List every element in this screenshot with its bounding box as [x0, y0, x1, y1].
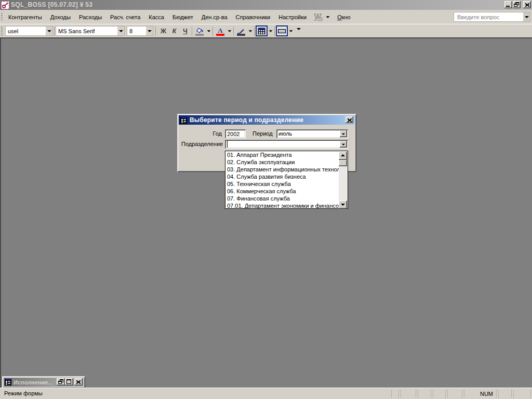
status-num-indicator: NUM [464, 390, 497, 398]
font-color-icon: А [216, 27, 225, 36]
year-field[interactable]: 2002 [225, 129, 246, 138]
dialog-close-button[interactable] [345, 116, 353, 123]
app-key-icon [1, 1, 9, 9]
dropdown-item-7[interactable]: 07.01. Департамент экономики и финансов [225, 202, 339, 209]
dropdown-arrow-icon [228, 30, 231, 32]
dropdown-item-5[interactable]: 06. Коммерческая служба [225, 188, 339, 195]
menu-item-3[interactable]: Расч. счета [106, 12, 144, 22]
dialog-title: Выберите период и подразделение [190, 116, 303, 124]
ask-question-box[interactable]: Введите вопрос [454, 12, 530, 22]
font-color-dropdown[interactable] [227, 26, 232, 36]
scrollbar-thumb[interactable] [339, 160, 347, 166]
menu-items: КонтрагентыДоходыРасходыРасч. счетаКасса… [4, 12, 311, 22]
department-combo[interactable] [225, 140, 348, 149]
scroll-down-button[interactable] [339, 201, 347, 209]
word-menu-arrow-icon [326, 16, 330, 18]
dropdown-item-2[interactable]: 03. Департамент информационных технологи… [225, 166, 339, 173]
status-panel-2 [418, 390, 431, 398]
fill-color-button[interactable] [193, 26, 206, 36]
toolbar-options-button[interactable] [297, 30, 301, 36]
scroll-up-button[interactable] [339, 152, 347, 160]
dropdown-item-1[interactable]: 02. Служба эксплуатации [225, 158, 339, 166]
status-panel-6 [498, 390, 512, 398]
menu-item-2[interactable]: Расходы [75, 12, 106, 22]
menu-item-0[interactable]: Контрагенты [4, 12, 46, 22]
line-width-button[interactable] [276, 25, 288, 36]
bold-button[interactable]: Ж [158, 26, 169, 36]
text-caret [227, 141, 228, 148]
gridlines-button[interactable] [256, 25, 268, 36]
department-combo-dropdown-button[interactable] [340, 141, 347, 148]
menu-bar: КонтрагентыДоходыРасходыРасч. счетаКасса… [0, 10, 532, 24]
menubar-grip[interactable] [1, 13, 3, 21]
mdi-workspace: Выберите период и подразделение Год 2002… [0, 37, 532, 388]
menu-item-1[interactable]: Доходы [46, 12, 75, 22]
font-size-combo[interactable]: 8 [127, 26, 153, 36]
font-size-combo-value: 8 [127, 28, 146, 34]
svg-text:А: А [218, 27, 223, 34]
menu-item-8[interactable]: Настройки [274, 12, 311, 22]
form-icon [180, 117, 187, 124]
restore-button[interactable] [513, 1, 521, 8]
dropdown-arrow-icon [47, 30, 51, 32]
menu-item-5[interactable]: Бюджет [168, 12, 197, 22]
fill-color-icon [195, 27, 204, 36]
word-mailmerge-icon [314, 13, 323, 21]
menu-item-7[interactable]: Справочники [232, 12, 275, 22]
line-color-dropdown[interactable] [247, 26, 253, 36]
dropdown-scrollbar[interactable] [339, 152, 347, 209]
publish-with-word-button[interactable] [311, 12, 333, 22]
font-combo-arrow[interactable] [117, 26, 124, 35]
period-combo[interactable]: июль [276, 129, 348, 138]
dropdown-item-3[interactable]: 04. Служба развития бизнеса [225, 173, 339, 180]
style-combo-value: usel [6, 28, 46, 34]
menu-item-window[interactable]: Окно [333, 12, 355, 22]
scroll-up-arrow-icon [341, 154, 345, 156]
mini-close-button[interactable] [74, 378, 83, 385]
status-panel-1 [401, 390, 416, 398]
dialog-title-bar[interactable]: Выберите период и подразделение [179, 115, 355, 125]
dropdown-arrow-icon [248, 30, 252, 32]
department-dropdown-list: 01. Аппарат Президента02. Служба эксплуа… [225, 151, 348, 209]
gridlines-dropdown[interactable] [268, 26, 273, 36]
close-button[interactable] [523, 1, 531, 8]
mini-restore-button[interactable] [57, 378, 65, 385]
status-panel-4 [447, 390, 462, 398]
maximize-icon [66, 379, 71, 384]
line-color-button[interactable] [235, 26, 247, 36]
dropdown-item-0[interactable]: 01. Аппарат Президента [225, 151, 339, 158]
font-color-button[interactable]: А [214, 26, 227, 36]
period-label: Период [252, 129, 273, 138]
mini-maximize-button[interactable] [65, 378, 73, 385]
italic-button[interactable]: К [169, 26, 180, 36]
toolbar-options-arrow-icon [297, 28, 301, 36]
style-combo-arrow[interactable] [46, 26, 52, 35]
dropdown-item-6[interactable]: 07. Финансовая служба [225, 195, 339, 202]
fill-color-dropdown[interactable] [206, 26, 211, 36]
period-combo-dropdown-button[interactable] [340, 130, 347, 137]
minimize-button[interactable] [504, 1, 512, 8]
dropdown-arrow-icon [342, 133, 345, 135]
status-panel-0 [391, 390, 399, 398]
gridlines-icon [258, 28, 265, 35]
underline-button[interactable]: Ч [180, 26, 191, 36]
line-width-dropdown[interactable] [288, 26, 294, 36]
font-combo[interactable]: MS Sans Serif [56, 26, 125, 36]
department-label: Подразделение [181, 140, 223, 149]
window-title: SQL_BOSS [05.07.02] ¥ 53 [11, 1, 92, 9]
dropdown-items: 01. Аппарат Президента02. Служба эксплуа… [225, 151, 348, 209]
form-icon [5, 379, 11, 385]
style-combo[interactable]: usel [5, 26, 53, 36]
toolbar-separator [254, 26, 255, 36]
question-dropdown-button[interactable] [523, 12, 530, 21]
menu-item-6[interactable]: Ден.ср-ва [197, 12, 232, 22]
period-combo-value: июль [278, 130, 292, 137]
dialog-close-icon [348, 117, 352, 123]
dropdown-arrow-icon [207, 30, 210, 32]
dropdown-arrow-icon [289, 30, 292, 32]
toolbar-grip[interactable] [1, 26, 3, 36]
status-bar: Режим формы NUM [0, 388, 532, 399]
dropdown-item-4[interactable]: 05. Техническая служба [225, 180, 339, 188]
font-size-combo-arrow[interactable] [146, 26, 153, 35]
menu-item-4[interactable]: Касса [144, 12, 168, 22]
